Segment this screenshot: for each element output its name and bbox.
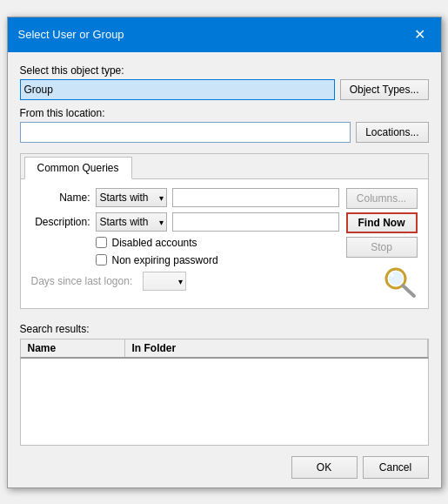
location-label: From this location: [20, 107, 429, 119]
location-input[interactable] [20, 122, 351, 143]
description-label: Description: [31, 216, 90, 228]
object-type-input[interactable] [20, 79, 335, 100]
object-type-row: Object Types... [20, 79, 429, 100]
svg-point-3 [391, 273, 394, 277]
name-field-row: Name: Starts with Is exactly [31, 188, 339, 207]
search-results-section: Search results: Name In Folder [8, 318, 441, 449]
cancel-button[interactable]: Cancel [363, 456, 429, 479]
object-type-label: Select this object type: [20, 64, 429, 77]
results-body [20, 359, 429, 446]
svg-line-2 [403, 286, 414, 296]
days-label: Days since last logon: [31, 275, 138, 287]
svg-point-1 [389, 272, 403, 286]
dialog-footer: OK Cancel [8, 449, 441, 487]
panel-main: Name: Starts with Is exactly Des [31, 188, 418, 299]
non-expiring-label[interactable]: Non expiring password [112, 254, 218, 266]
find-now-button[interactable]: Find Now [346, 212, 418, 233]
close-button[interactable]: ✕ [410, 24, 431, 45]
location-section: From this location: Locations... [20, 107, 429, 143]
search-magnify-icon [381, 265, 418, 299]
desc-filter-select[interactable]: Starts with Is exactly [96, 212, 167, 232]
panel-buttons: Columns... Find Now Stop [346, 188, 418, 299]
panel-fields: Name: Starts with Is exactly Des [31, 188, 339, 299]
name-filter-select[interactable]: Starts with Is exactly [96, 188, 167, 207]
common-queries-tab[interactable]: Common Queries [24, 157, 132, 179]
dialog-title: Select User or Group [18, 28, 124, 41]
name-text-input[interactable] [172, 188, 339, 207]
object-types-button[interactable]: Object Types... [340, 79, 429, 100]
non-expiring-checkbox[interactable] [96, 254, 107, 265]
description-text-input[interactable] [172, 212, 339, 232]
ok-button[interactable]: OK [291, 456, 358, 479]
results-header: Name In Folder [20, 339, 429, 359]
days-select[interactable] [143, 272, 186, 291]
common-queries-panel: Common Queries Name: Starts with Is exac… [20, 153, 429, 309]
days-logon-row: Days since last logon: [31, 272, 339, 291]
object-type-section: Select this object type: Object Types... [20, 64, 429, 100]
search-results-label: Search results: [20, 323, 429, 335]
location-row: Locations... [20, 122, 429, 143]
non-expiring-row: Non expiring password [96, 254, 339, 266]
title-bar: Select User or Group ✕ [8, 17, 441, 52]
name-filter-wrapper: Starts with Is exactly [96, 188, 167, 207]
panel-content: Name: Starts with Is exactly Des [21, 179, 428, 308]
col-folder-header: In Folder [125, 339, 428, 357]
name-label: Name: [31, 192, 90, 204]
dialog-body: Select this object type: Object Types...… [8, 52, 441, 318]
disabled-accounts-checkbox[interactable] [96, 237, 107, 248]
disabled-accounts-label[interactable]: Disabled accounts [112, 237, 197, 249]
locations-button[interactable]: Locations... [356, 122, 428, 143]
col-name-header: Name [21, 339, 125, 357]
panel-tabs: Common Queries [21, 154, 428, 179]
disabled-accounts-row: Disabled accounts [96, 237, 339, 249]
description-field-row: Description: Starts with Is exactly [31, 212, 339, 232]
columns-button[interactable]: Columns... [346, 188, 418, 209]
days-select-wrapper [143, 272, 186, 291]
desc-filter-wrapper: Starts with Is exactly [96, 212, 167, 232]
select-user-group-dialog: Select User or Group ✕ Select this objec… [7, 17, 442, 488]
stop-button[interactable]: Stop [346, 237, 418, 258]
search-icon-area [346, 265, 418, 299]
